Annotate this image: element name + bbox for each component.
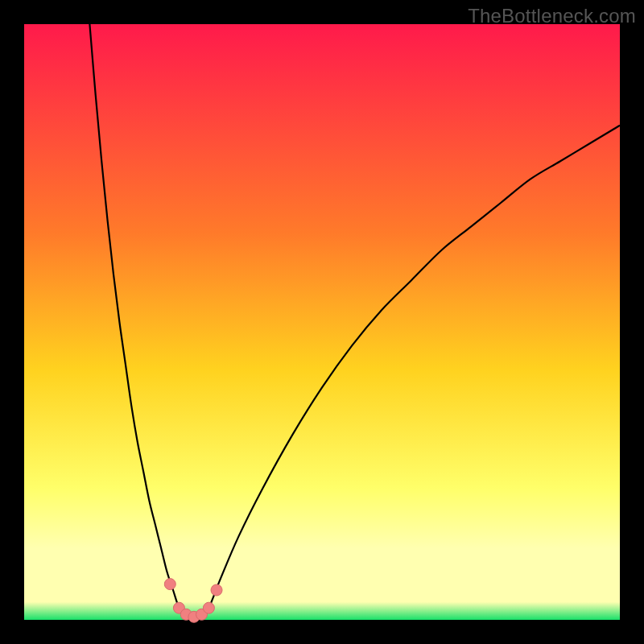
trough-marker bbox=[203, 602, 214, 613]
bottleneck-curve bbox=[89, 24, 620, 617]
trough-marker bbox=[164, 579, 175, 590]
trough-marker bbox=[211, 584, 222, 596]
chart-svg bbox=[24, 24, 620, 620]
watermark-text: TheBottleneck.com bbox=[468, 5, 636, 27]
marker-group bbox=[164, 579, 222, 623]
